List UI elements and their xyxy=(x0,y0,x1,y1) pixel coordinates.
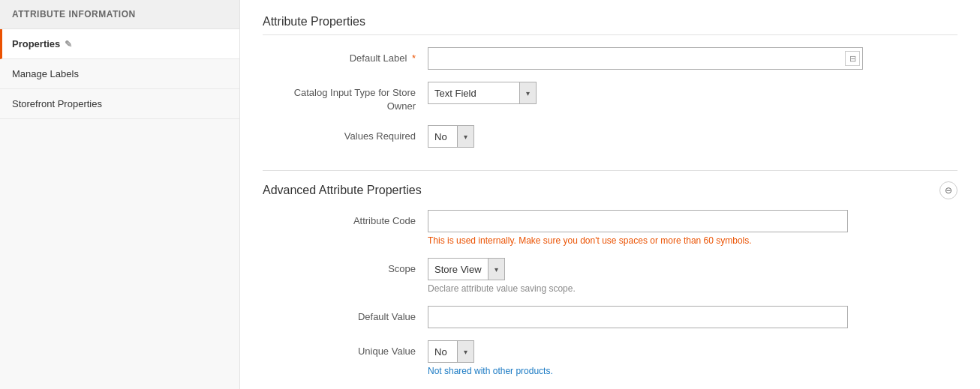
default-label-input[interactable] xyxy=(428,47,863,70)
advanced-attribute-properties-section: Advanced Attribute Properties ⊖ Attribut… xyxy=(263,170,957,376)
scope-hint: Declare attribute value saving scope. xyxy=(428,283,863,294)
main-content: Attribute Properties Default Label * ⊟ C… xyxy=(240,0,980,389)
unique-value-dropdown-arrow[interactable]: ▾ xyxy=(457,341,473,362)
unique-value-label: Unique Value xyxy=(263,340,428,358)
attribute-code-input[interactable] xyxy=(428,210,848,232)
attribute-code-field: This is used internally. Make sure you d… xyxy=(428,210,863,246)
sidebar-item-manage-labels[interactable]: Manage Labels xyxy=(0,59,239,89)
collapse-button[interactable]: ⊖ xyxy=(939,181,957,199)
scope-field: Store View Website Global ▾ Declare attr… xyxy=(428,258,863,294)
sidebar-header: ATTRIBUTE INFORMATION xyxy=(0,0,239,29)
unique-value-select[interactable]: No Yes xyxy=(428,341,457,362)
unique-value-hint: Not shared with other products. xyxy=(428,366,863,376)
catalog-input-type-field: Text Field Text Area Date Yes/No Multipl… xyxy=(428,82,863,104)
attribute-code-hint: This is used internally. Make sure you d… xyxy=(428,235,863,246)
advanced-section-header[interactable]: Advanced Attribute Properties ⊖ xyxy=(263,171,957,210)
sidebar-item-storefront-properties[interactable]: Storefront Properties xyxy=(0,89,239,119)
default-value-field xyxy=(428,306,863,328)
values-required-row: Values Required No Yes ▾ xyxy=(263,125,957,148)
required-indicator: * xyxy=(412,52,416,64)
unique-value-row: Unique Value No Yes ▾ Not shared with ot… xyxy=(263,340,957,376)
unique-value-select-wrapper: No Yes ▾ xyxy=(428,340,474,363)
scope-label: Scope xyxy=(263,258,428,276)
unique-value-field: No Yes ▾ Not shared with other products. xyxy=(428,340,863,376)
catalog-input-type-dropdown-arrow[interactable]: ▾ xyxy=(519,82,536,103)
values-required-select-wrapper: No Yes ▾ xyxy=(428,125,474,148)
catalog-input-type-row: Catalog Input Type for Store Owner Text … xyxy=(263,82,957,113)
sidebar: ATTRIBUTE INFORMATION Properties ✎ Manag… xyxy=(0,0,240,389)
sidebar-item-label-properties: Properties xyxy=(12,38,60,49)
values-required-label: Values Required xyxy=(263,125,428,143)
values-required-dropdown-arrow[interactable]: ▾ xyxy=(457,126,473,147)
catalog-input-type-label: Catalog Input Type for Store Owner xyxy=(263,82,428,113)
default-label-clear-button[interactable]: ⊟ xyxy=(845,51,860,66)
catalog-input-type-select-wrapper: Text Field Text Area Date Yes/No Multipl… xyxy=(428,82,537,104)
edit-icon: ✎ xyxy=(65,39,72,49)
values-required-field: No Yes ▾ xyxy=(428,125,863,148)
default-value-input[interactable] xyxy=(428,306,848,328)
collapse-icon: ⊖ xyxy=(945,185,952,196)
default-label-field: ⊟ xyxy=(428,47,863,70)
catalog-input-type-select[interactable]: Text Field Text Area Date Yes/No Multipl… xyxy=(428,82,519,103)
scope-select[interactable]: Store View Website Global xyxy=(428,259,488,280)
default-label-label: Default Label * xyxy=(263,47,428,65)
attribute-properties-section: Attribute Properties Default Label * ⊟ C… xyxy=(263,15,957,148)
attribute-code-row: Attribute Code This is used internally. … xyxy=(263,210,957,246)
sidebar-item-properties[interactable]: Properties ✎ xyxy=(0,29,239,59)
sidebar-item-label-storefront-properties: Storefront Properties xyxy=(12,98,102,109)
scope-row: Scope Store View Website Global ▾ Declar… xyxy=(263,258,957,294)
default-label-input-wrapper: ⊟ xyxy=(428,47,863,70)
default-label-row: Default Label * ⊟ xyxy=(263,47,957,70)
attribute-properties-title: Attribute Properties xyxy=(263,15,957,35)
scope-select-wrapper: Store View Website Global ▾ xyxy=(428,258,505,280)
default-value-label: Default Value xyxy=(263,306,428,324)
sidebar-item-label-manage-labels: Manage Labels xyxy=(12,68,79,79)
values-required-select[interactable]: No Yes xyxy=(428,126,457,147)
attribute-code-label: Attribute Code xyxy=(263,210,428,228)
advanced-section-title: Advanced Attribute Properties xyxy=(263,184,422,197)
scope-dropdown-arrow[interactable]: ▾ xyxy=(488,259,504,280)
default-value-row: Default Value xyxy=(263,306,957,328)
